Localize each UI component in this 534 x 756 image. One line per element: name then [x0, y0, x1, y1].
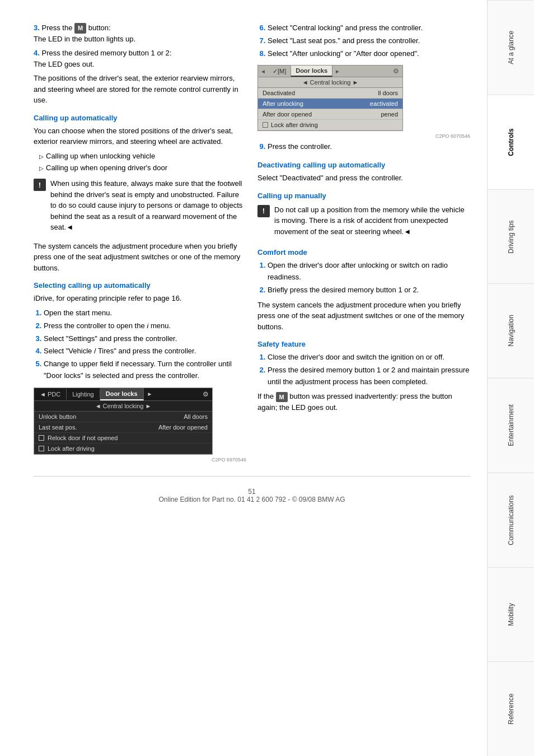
idrive-ref: iDrive, for operating principle refer to…: [34, 293, 246, 304]
doorlocks-afterdoor-left: After door opened: [263, 111, 312, 118]
idrive-row-lastseat: Last seat pos. After door opened: [34, 422, 212, 433]
system-cancels-text: The system cancels the adjustment proced…: [34, 241, 246, 274]
warning-box-2: ! Do not call up a position from the mem…: [257, 204, 470, 241]
doorlocks-arrow-left: ◄: [258, 67, 268, 76]
comfort-heading: Comfort mode: [257, 248, 470, 256]
idrive-tabs-bar: ◄ PDC Lighting Door locks ► ⚙: [34, 388, 212, 401]
comfort-step-2: Briefly press the desired memory button …: [268, 284, 470, 296]
warning-icon-2: !: [257, 205, 270, 217]
idrive-tab-lighting: Lighting: [67, 389, 100, 400]
safety-step-1: Close the driver's door and switch the i…: [268, 352, 470, 363]
arrow-item-2: Calling up when opening driver's door: [39, 162, 246, 174]
sidebar-section-navigation[interactable]: Navigation: [488, 283, 534, 378]
idrive-submenu: ◄ Central locking ►: [34, 401, 212, 412]
warning-text-1: When using this feature, always make sur…: [50, 178, 246, 233]
idrive-cb-relock: [39, 435, 44, 441]
doorlocks-checkbox-lock: Lock after driving: [258, 120, 402, 130]
idrive-lock-label: Lock after driving: [48, 445, 95, 452]
sidebar-section-communications[interactable]: Communications: [488, 473, 534, 567]
step4-text: 4. Press the desired memory button 1 or …: [34, 48, 246, 69]
page-number: 51: [248, 488, 255, 496]
sidebar-section-driving-tips[interactable]: Driving tips: [488, 189, 534, 284]
step4-sub: The LED goes out.: [34, 60, 94, 68]
idrive-caption: C2PO 6970546: [34, 457, 246, 463]
idrive-unlock-left: Unlock button: [39, 413, 76, 420]
idrive-tab-pdc: ◄ PDC: [34, 389, 67, 400]
right-step-6: Select "Central locking" and press the c…: [268, 22, 470, 34]
deactivating-text: Select "Deactivated" and press the contr…: [257, 172, 470, 184]
doorlocks-display: ◄ ✓[M] Door locks ► ⚙ ◄ Central locking …: [257, 65, 403, 131]
idrive-cb-lock: [39, 446, 44, 451]
calling-up-auto-text: You can choose when the stored positions…: [34, 125, 246, 147]
doorlocks-row-deactivated: Deactivated ll doors: [258, 88, 402, 99]
left-step-3: Select "Settings" and press the controll…: [44, 333, 246, 345]
page-footer: 51 Online Edition for Part no. 01 41 2 6…: [34, 476, 470, 509]
idrive-arrow-right: ►: [144, 390, 156, 398]
comfort-step-1: Open the driver's door after unlocking o…: [268, 260, 470, 283]
doorlocks-tab-mem: ✓[M]: [268, 66, 291, 77]
footer-text: Online Edition for Part no. 01 41 2 600 …: [158, 496, 345, 503]
sidebar: At a glance Controls Driving tips Naviga…: [487, 0, 534, 756]
step3-sub: The LED in the button lights up.: [34, 35, 135, 43]
sidebar-section-reference[interactable]: Reference: [488, 661, 534, 756]
doorlocks-lock-label: Lock after driving: [271, 122, 318, 128]
doorlocks-row-afterdoor: After door opened pened: [258, 109, 402, 120]
right-step-7: Select "Last seat pos." and press the co…: [268, 35, 470, 47]
step3-text: 3. Press the M button: The LED in the bu…: [34, 22, 246, 44]
left-column: 3. Press the M button: The LED in the bu…: [34, 22, 246, 465]
idrive-display: ◄ PDC Lighting Door locks ► ⚙ ◄ Central …: [34, 388, 213, 455]
left-step-5: Change to upper field if necessary. Turn…: [44, 358, 246, 382]
warning-box-1: ! When using this feature, always make s…: [34, 178, 246, 236]
m-button-icon: M: [74, 23, 86, 34]
doorlocks-tabs-bar: ◄ ✓[M] Door locks ► ⚙: [258, 66, 402, 77]
warning-text-2: Do not call up a position from the memor…: [274, 204, 470, 237]
sidebar-section-mobility[interactable]: Mobility: [488, 567, 534, 662]
safety-step-2: Press the desired memory button 1 or 2 a…: [268, 365, 470, 388]
idrive-lastseat-right: After door opened: [158, 424, 208, 431]
right-step-8: Select "After unlocking" or "After door …: [268, 48, 470, 60]
deactivating-heading: Deactivating calling up automatically: [257, 161, 470, 169]
idrive-checkbox-lock: Lock after driving: [34, 444, 212, 454]
doorlocks-submenu: ◄ Central locking ►: [258, 77, 402, 88]
idrive-tab-doorlocks: Door locks: [100, 388, 144, 400]
calling-up-arrow-list: Calling up when unlocking vehicle Callin…: [34, 151, 246, 174]
right-step-9-list: Press the controller.: [257, 141, 470, 153]
idrive-checkbox-relock: Relock door if not opened: [34, 433, 212, 444]
sidebar-section-controls[interactable]: Controls: [488, 95, 534, 189]
idrive-lastseat-left: Last seat pos.: [39, 424, 77, 431]
doorlocks-afterunlock-left: After unlocking: [263, 100, 303, 107]
comfort-system-cancels: The system cancels the adjustment proced…: [257, 300, 470, 333]
right-column: Select "Central locking" and press the c…: [257, 22, 470, 465]
idrive-settings-icon: ⚙: [199, 389, 212, 399]
doorlocks-cb-lock: [263, 122, 268, 128]
doorlocks-row-afterunlock: After unlocking eactivated: [258, 99, 402, 109]
safety-para: If the M button was pressed inadvertentl…: [257, 391, 470, 413]
doorlocks-afterdoor-right: pened: [381, 111, 398, 118]
left-step-1: Open the start menu.: [44, 307, 246, 319]
selecting-heading: Selecting calling up automatically: [34, 281, 246, 290]
idrive-row-unlock: Unlock button All doors: [34, 412, 212, 422]
calling-up-auto-heading: Calling up automatically: [34, 114, 246, 122]
arrow-item-1: Calling up when unlocking vehicle: [39, 151, 246, 162]
warning-icon-1: !: [34, 179, 46, 191]
calling-manually-heading: Calling up manually: [257, 192, 470, 200]
safety-m-button: M: [276, 392, 288, 403]
doorlocks-arrow-right: ►: [332, 67, 343, 76]
right-steps-top: Select "Central locking" and press the c…: [257, 22, 470, 59]
left-step-4: Select "Vehicle / Tires" and press the c…: [44, 346, 246, 357]
sidebar-section-at-a-glance[interactable]: At a glance: [488, 0, 534, 95]
i-menu-icon: i: [147, 321, 148, 332]
step3-num: 3.: [34, 24, 40, 32]
doorlocks-deactivated-right: ll doors: [378, 90, 398, 96]
safety-steps-list: Close the driver's door and switch the i…: [257, 352, 470, 388]
steps-left-list: Open the start menu. Press the controlle…: [34, 307, 246, 382]
idrive-unlock-right: All doors: [184, 413, 208, 420]
step4-num: 4.: [34, 49, 40, 57]
sidebar-section-entertainment[interactable]: Entertainment: [488, 378, 534, 473]
right-step-9: Press the controller.: [268, 141, 470, 153]
step4-para: The positions of the driver's seat, the …: [34, 73, 246, 106]
left-step-2: Press the controller to open the i menu.: [44, 320, 246, 332]
safety-heading: Safety feature: [257, 340, 470, 348]
idrive-relock-label: Relock door if not opened: [48, 435, 118, 441]
doorlocks-deactivated-left: Deactivated: [263, 90, 295, 96]
